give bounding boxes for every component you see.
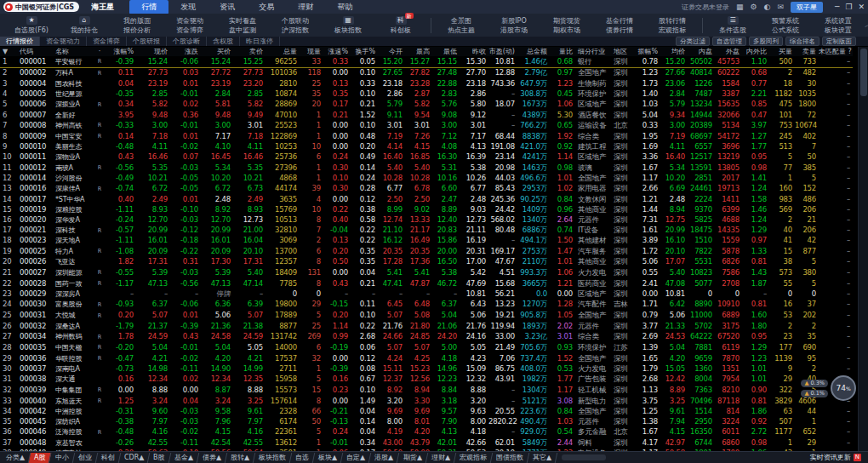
toolbar-item-系统设置[interactable]: 系统设置板块设置 xyxy=(812,14,865,37)
column-header-code[interactable]: 代码 xyxy=(17,47,53,56)
market-tab-板块指数[interactable]: 板块指数 xyxy=(254,453,293,463)
table-row[interactable]: 13000016深康佳AR-0.746.72-0.056.726.7344174… xyxy=(0,184,853,195)
table-row[interactable]: 22000028国药一致R-1.1747.13-0.5647.1347.1477… xyxy=(0,278,853,289)
column-header-pe[interactable]: 市盈(动) xyxy=(488,47,517,56)
view-button-多股同列[interactable]: 多股同列 xyxy=(749,37,783,46)
toolbar-item-板块指数[interactable]: ▦板块指数 xyxy=(322,14,374,37)
toolbar-item-期货现货[interactable]: 期货现货期权市场 xyxy=(540,14,593,37)
column-header-prev[interactable]: 昨收 xyxy=(460,47,488,56)
table-row[interactable]: 29000036华联控股R-0.474.21-0.024.204.2117537… xyxy=(0,353,853,364)
table-row[interactable]: 23000029深深房A–––停牌–00–––––10.8156.210.00.… xyxy=(0,289,853,300)
toolbar-item-我的持仓[interactable]: ⌂我的持仓 xyxy=(58,14,111,37)
table-row[interactable]: 24000030富奥股份R-0.936.37-0.066.366.3919800… xyxy=(0,300,853,311)
market-tab-A股[interactable]: A股 xyxy=(29,453,52,463)
quote-tab-资金博弈[interactable]: 资金博弈 xyxy=(87,37,127,46)
toolbar-item-全景图[interactable]: 全景图热点主题 xyxy=(435,14,488,37)
table-row[interactable]: 15000019深粮控股-1.118.93-0.108.928.93157691… xyxy=(0,205,853,215)
gemini-button[interactable]: 双子星 xyxy=(791,2,823,13)
column-header-amp[interactable]: 振幅% xyxy=(635,47,660,56)
quote-tab-资金驱动力[interactable]: 资金驱动力 xyxy=(40,37,87,46)
column-header-avg[interactable]: 均价 xyxy=(660,47,688,56)
table-row[interactable]: 34000042中洲控股-0.319.60-0.039.589.61232866… xyxy=(0,407,853,417)
column-header-amt[interactable]: 总金额 xyxy=(517,47,550,56)
view-button-自选管理[interactable]: 自选管理 xyxy=(712,37,746,46)
message-icon[interactable]: ✉ xyxy=(777,3,784,11)
view-button-分类过滤[interactable]: 分类过滤 xyxy=(676,37,710,46)
table-row[interactable]: 36000046泛海控股R-0.484.16-0.024.154.1622361… xyxy=(0,427,853,438)
table-row[interactable]: 10000011深物业A0.4316.460.0716.4516.4625736… xyxy=(0,152,853,163)
toolbar-item-资金驱动[interactable]: 资金驱动资金博弈 xyxy=(163,14,216,37)
menu-帮助[interactable]: 帮助 xyxy=(325,0,364,14)
menu-交易[interactable]: 交易 xyxy=(247,0,286,14)
table-row[interactable]: 7000008神州高铁R-0.333.00-0.013.003.01255231… xyxy=(0,120,853,131)
column-header-price[interactable]: 现价 xyxy=(136,47,170,56)
table-row[interactable]: 2000002万科AR0.1127.730.0327.7227.73101036… xyxy=(0,67,853,78)
column-header-turn[interactable]: 换手% xyxy=(351,47,378,56)
column-header-bvol[interactable]: 买量 xyxy=(769,47,795,56)
toolbar-item-股转行情[interactable]: 股转行情宏观指标 xyxy=(646,14,699,37)
table-row[interactable]: 31000038深大通0.1612.340.0212.3412.35159585… xyxy=(0,374,853,385)
column-header-name[interactable]: 名称 xyxy=(53,47,95,56)
horizontal-scrollbar[interactable] xyxy=(562,454,606,460)
column-header-low[interactable]: 最低 xyxy=(432,47,460,56)
table-row[interactable]: 3000004国农科技0.0423.190.0123.1923.20281025… xyxy=(0,79,853,89)
market-tab-其它[interactable]: 其它▲ xyxy=(528,453,558,463)
toolbar-item-科创板[interactable]: 科新科创板 xyxy=(374,14,427,37)
maximize-button[interactable]: ❐ xyxy=(845,3,852,11)
column-header-high[interactable]: 最高 xyxy=(405,47,432,56)
toolbar-item-条件选股[interactable]: ☰条件选股 xyxy=(706,14,759,37)
market-tab-B股[interactable]: B股 xyxy=(148,453,171,463)
table-row[interactable]: 5000006深振业AR0.345.820.025.815.8228869200… xyxy=(0,100,853,111)
table-row[interactable]: 8000009中国宝安R0.147.180.017.177.1812286910… xyxy=(0,131,853,142)
column-header-open[interactable]: 今开 xyxy=(378,47,405,56)
table-row[interactable]: 37000048京基智农-0.2642.55-0.1142.5442.55136… xyxy=(0,438,853,449)
toolbar-item-基金行情[interactable]: 基金行情债券行情 xyxy=(593,14,646,37)
market-tab-创业[interactable]: 创业 xyxy=(72,453,98,463)
menu-理财[interactable]: 理财 xyxy=(286,0,325,14)
market-tab-CDR[interactable]: CDR▲ xyxy=(118,453,150,463)
table-row[interactable]: 16000020深华发A-0.2412.70-0.0312.7012.73105… xyxy=(0,215,853,226)
table-row[interactable]: 38000049德赛电池R0.2050.630.1050.5650.643501… xyxy=(0,449,853,451)
collapse-toolbar-icon[interactable]: ︿ xyxy=(865,20,868,31)
toolbar-item-实时看盘[interactable]: 实时看盘盘中监测 xyxy=(216,14,269,37)
market-tab-自选[interactable]: 自选 xyxy=(290,453,316,463)
table-row[interactable]: 33000040东旭蓝天R1.253.240.043.243.251576148… xyxy=(0,396,853,407)
column-header-lb[interactable]: 量比 xyxy=(550,47,575,56)
table-row[interactable]: 30000037深南电A-0.7314.98-0.1114.9014.99271… xyxy=(0,364,853,374)
market-tab-板块[interactable]: 板块▲ xyxy=(313,453,344,463)
column-header-vol[interactable]: 总量 xyxy=(266,47,300,56)
column-header-unm[interactable]: 未匹配量 ? xyxy=(819,47,853,56)
toolbar-item-我的版面[interactable]: 我的版面报价分析 xyxy=(111,14,163,37)
column-header-inner[interactable]: 内盘 xyxy=(688,47,715,56)
skin-icon[interactable]: ◐ xyxy=(764,3,771,11)
table-row[interactable]: 6000007全新好3.959.480.369.489.494701010.21… xyxy=(0,111,853,121)
quote-tab-行情报价[interactable]: 行情报价 xyxy=(0,37,40,46)
column-header-ask[interactable]: 卖价 xyxy=(233,47,266,56)
vertical-scrollbar[interactable] xyxy=(858,47,868,451)
column-header-r[interactable]: · xyxy=(95,47,104,56)
scrollbar-thumb[interactable] xyxy=(860,49,867,96)
table-row[interactable]: 11000012南玻AR-0.565.35-0.035.345.35273961… xyxy=(0,163,853,174)
news-ticker[interactable]: 实时资讯更新 N xyxy=(810,453,866,462)
column-header-chg[interactable]: 涨跌 xyxy=(170,47,201,56)
menu-行情[interactable]: 行情 xyxy=(129,0,168,14)
column-header-region[interactable]: 地区 xyxy=(611,47,635,56)
column-header-pct[interactable]: 涨幅% xyxy=(104,47,136,56)
market-tab-基金[interactable]: 基金▲ xyxy=(168,453,199,463)
network-gauge[interactable]: 74% xyxy=(831,375,856,401)
quote-tab-个股诊断[interactable]: 个股诊断 xyxy=(167,37,207,46)
table-row[interactable]: 21000027深圳能源R-0.555.39-0.035.395.4018409… xyxy=(0,267,853,278)
column-header-ratio[interactable]: 内外比 xyxy=(742,47,769,56)
market-tab-期货[interactable]: 期货▲ xyxy=(397,453,428,463)
view-button-定制版面[interactable]: 定制版面 xyxy=(822,37,856,46)
toolbar-item-预警系统[interactable]: 预警系统公式系统 xyxy=(759,14,812,37)
gear-icon[interactable]: ⚙ xyxy=(750,3,757,11)
table-row[interactable]: 32000039中集集团R0.008.880.008.878.881557315… xyxy=(0,385,853,396)
market-tab-债券[interactable]: 债券▲ xyxy=(197,453,227,463)
table-row[interactable]: 17000021深科技R-0.5720.99-0.1220.9921.00328… xyxy=(0,226,853,237)
column-header-cvol[interactable]: 现量 xyxy=(300,47,323,56)
table-row[interactable]: 28000035中国天楹R-0.205.04-0.015.045.0514000… xyxy=(0,342,853,353)
toolbar-item-个股联动[interactable]: 个股联动沪深指数 xyxy=(269,14,322,37)
table-row[interactable]: 4000005世纪星源-0.352.85-0.012.842.851087435… xyxy=(0,89,853,100)
table-row[interactable]: 12000014沙河股份-0.4910.21-0.0510.2010.21486… xyxy=(0,174,853,184)
